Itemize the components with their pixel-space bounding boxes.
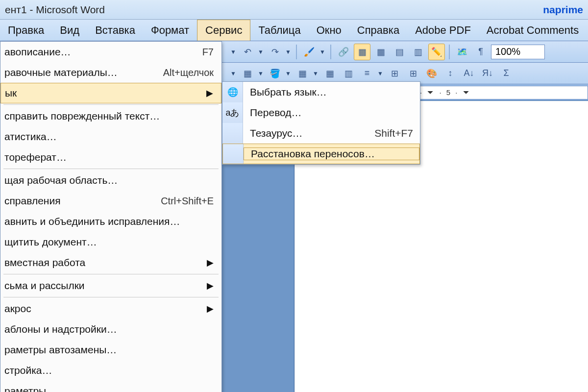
submenu-arrow-icon: ▶ — [207, 303, 214, 314]
excel-button[interactable]: ▤ — [391, 44, 408, 60]
distribute-cols-button[interactable]: ⊞ — [405, 65, 421, 82]
menu-window[interactable]: Окно — [309, 20, 349, 41]
menu-item-справить-поврежденный-текст-[interactable]: справить поврежденный текст… — [0, 106, 221, 126]
menu-item-label: раметры автозамены… — [4, 344, 214, 356]
menu-separator — [3, 104, 219, 105]
fill-color-button[interactable]: 🪣 — [267, 65, 283, 82]
menu-item-label: аблоны и надстройки… — [4, 323, 214, 335]
brush-button[interactable]: 🖌️ — [301, 44, 318, 60]
menu-item-щитить-документ-[interactable]: щитить документ… — [0, 232, 221, 252]
menu-item-label: щая рабочая область… — [4, 174, 214, 186]
menu-format[interactable]: Формат — [143, 20, 197, 41]
menu-item-вместная-работа[interactable]: вместная работа▶ — [0, 252, 221, 273]
menu-item-label: авнить и объединить исправления… — [4, 216, 214, 227]
submenu-icon — [222, 123, 243, 144]
submenu-item-расстановка-переносов-[interactable]: Расстановка переносов… — [222, 144, 420, 164]
submenu-icon — [223, 144, 244, 164]
menu-item-аблоны-и-надстройки-[interactable]: аблоны и надстройки… — [0, 319, 221, 340]
menu-item-label: сьма и рассылки — [4, 280, 207, 292]
menu-item-shortcut: F7 — [202, 47, 214, 58]
submenu-icon: aあ — [222, 102, 243, 123]
menu-insert[interactable]: Вставка — [87, 20, 143, 41]
submenu-item-выбрать-язык-[interactable]: 🌐Выбрать язык… — [222, 82, 420, 102]
menu-help[interactable]: Справка — [349, 20, 407, 41]
distribute-rows-button[interactable]: ⊞ — [386, 65, 403, 82]
border-style-button[interactable]: ▦ — [239, 65, 256, 82]
menu-item-сьма-и-рассылки[interactable]: сьма и рассылки▶ — [0, 275, 221, 296]
menu-edit[interactable]: Правка — [0, 20, 52, 41]
menu-separator — [3, 169, 219, 169]
sort-asc-button[interactable]: A↓ — [461, 65, 477, 82]
sort-desc-button[interactable]: Я↓ — [479, 65, 496, 82]
menu-item-щая-рабочая-область-[interactable]: щая рабочая область… — [0, 170, 221, 191]
menu-item-справления[interactable]: справленияCtrl+Shift+E — [0, 191, 221, 211]
menu-item-атистика-[interactable]: атистика… — [0, 126, 221, 147]
merge-cells-button[interactable]: ▦ — [321, 65, 338, 82]
redo-button[interactable]: ↷ — [267, 44, 283, 60]
menu-item-label: равочные материалы… — [4, 67, 153, 78]
menu-item-label: раметры… — [4, 385, 214, 392]
menu-item-label: тореферат… — [4, 151, 214, 163]
align-button[interactable]: ≡ — [359, 65, 375, 82]
title-bar: ент1 - Microsoft Word naprime — [0, 0, 588, 20]
pilcrow-button[interactable]: ¶ — [472, 44, 489, 60]
split-cells-button[interactable]: ▥ — [340, 65, 357, 82]
menu-item-label: стройка… — [4, 365, 214, 376]
menu-item-равочные-материалы-[interactable]: равочные материалы…Alt+щелчок — [0, 62, 221, 83]
menu-table[interactable]: Таблица — [250, 20, 308, 41]
insert-table-button-2[interactable]: ▦ — [294, 65, 311, 82]
service-menu-dropdown: авописание…F7равочные материалы…Alt+щелч… — [0, 41, 222, 392]
menu-item-раметры-[interactable]: раметры… — [0, 381, 221, 392]
menu-adobe-pdf[interactable]: Adobe PDF — [407, 20, 479, 41]
insert-table-button[interactable]: ▦ — [372, 44, 389, 60]
submenu-arrow-icon: ▶ — [207, 257, 214, 268]
columns-button[interactable]: ▥ — [410, 44, 426, 60]
doc-map-button[interactable]: 🗺️ — [454, 44, 470, 60]
menu-item-shortcut: Alt+щелчок — [163, 67, 214, 78]
menu-item-label: ык — [5, 87, 206, 99]
submenu-arrow-icon: ▶ — [207, 280, 214, 291]
menu-item-раметры-автозамены-[interactable]: раметры автозамены… — [0, 340, 221, 360]
menu-service[interactable]: Сервис — [197, 20, 250, 41]
submenu-label: Выбрать язык… — [250, 86, 327, 98]
link-button[interactable]: 🔗 — [335, 44, 352, 60]
submenu-shortcut: Shift+F7 — [374, 127, 413, 139]
menu-item-label: атистика… — [4, 131, 214, 143]
menu-view[interactable]: Вид — [52, 20, 87, 41]
submenu-arrow-icon: ▶ — [206, 88, 213, 98]
undo-button[interactable]: ↶ — [239, 44, 256, 60]
menu-separator — [3, 297, 219, 297]
menu-item-label: справления — [4, 195, 151, 207]
watermark-brand: naprime — [543, 4, 583, 16]
autoformat-button[interactable]: 🎨 — [423, 65, 440, 82]
menu-item-label: щитить документ… — [4, 236, 214, 248]
menu-item-label: вместная работа — [4, 257, 207, 269]
menu-separator — [3, 274, 219, 274]
autosum-button[interactable]: Σ — [498, 65, 514, 82]
submenu-item-тезаурус-[interactable]: Тезаурус…Shift+F7 — [222, 123, 420, 144]
menu-acrobat-comments[interactable]: Acrobat Comments — [479, 20, 587, 41]
submenu-label: Расстановка переносов… — [251, 148, 375, 160]
menu-item-стройка-[interactable]: стройка… — [0, 360, 221, 381]
submenu-label: Перевод… — [250, 107, 302, 119]
menu-item-авнить-и-объединить-исправления-[interactable]: авнить и объединить исправления… — [0, 211, 221, 232]
menu-item-shortcut: Ctrl+Shift+E — [161, 196, 214, 207]
submenu-item-перевод-[interactable]: aあПеревод… — [222, 102, 420, 123]
zoom-field[interactable]: 100% — [491, 45, 545, 59]
submenu-icon: 🌐 — [222, 82, 243, 102]
menu-item-авописание-[interactable]: авописание…F7 — [0, 42, 221, 62]
text-direction-button[interactable]: ↕ — [442, 65, 459, 82]
drawing-button[interactable]: ✏️ — [428, 44, 445, 60]
submenu-label: Тезаурус… — [250, 127, 302, 139]
menu-item-label: акрос — [4, 303, 207, 315]
window-title: ент1 - Microsoft Word — [5, 4, 105, 16]
menu-item-label: авописание… — [4, 46, 193, 58]
menu-bar: Правка Вид Вставка Формат Сервис Таблица… — [0, 20, 588, 41]
menu-item-ык[interactable]: ык▶ — [0, 83, 221, 103]
menu-item-label: справить поврежденный текст… — [4, 110, 214, 122]
toolbar-dropdown-icon[interactable]: ▼ — [230, 49, 235, 55]
language-submenu: 🌐Выбрать язык…aあПеревод…Тезаурус…Shift+F… — [222, 81, 420, 165]
menu-item-тореферат-[interactable]: тореферат… — [0, 147, 221, 168]
tables-borders-button[interactable]: ▦ — [354, 44, 370, 60]
menu-item-акрос[interactable]: акрос▶ — [0, 298, 221, 319]
